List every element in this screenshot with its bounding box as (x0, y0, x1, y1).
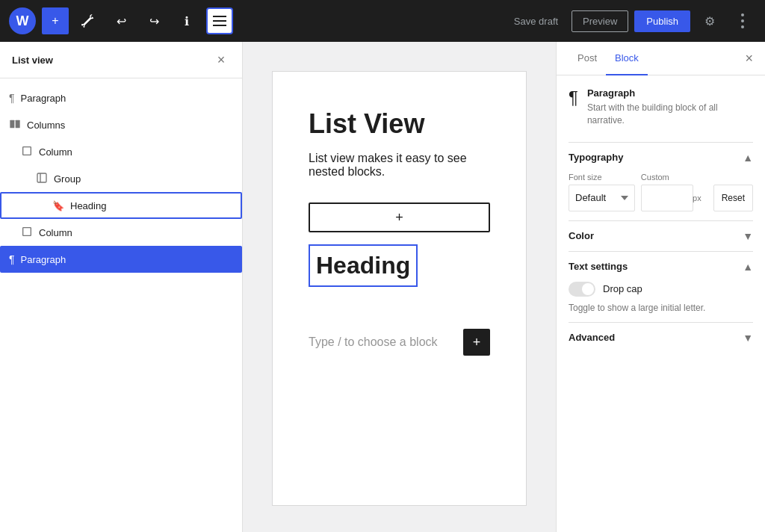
list-view-items: ¶ Paragraph Columns Column (0, 78, 242, 532)
custom-size-input[interactable] (641, 185, 693, 211)
font-size-select[interactable]: Default Small Medium Large Extra Large (569, 185, 635, 211)
list-item-label: Column (39, 146, 72, 158)
list-item-column-2[interactable]: Column (0, 219, 242, 246)
tab-post[interactable]: Post (569, 42, 606, 75)
save-draft-button[interactable]: Save draft (507, 11, 566, 31)
reset-button[interactable]: Reset (713, 185, 753, 211)
wp-logo[interactable]: W (9, 7, 36, 34)
svg-point-5 (741, 25, 744, 28)
drop-cap-description: Toggle to show a large initial letter. (569, 303, 753, 313)
svg-rect-2 (213, 25, 226, 26)
heading-block[interactable]: Heading (309, 244, 418, 287)
toolbar-right-actions: Save draft Preview Publish ⚙ (507, 7, 756, 34)
list-item-paragraph-bottom[interactable]: ¶ Paragraph (0, 246, 242, 273)
paragraph-icon-selected: ¶ (9, 253, 15, 265)
color-section-header[interactable]: Color ▼ (569, 220, 753, 251)
svg-rect-7 (16, 120, 20, 128)
paragraph-icon: ¶ (9, 92, 15, 104)
list-view-header: List view × (0, 42, 242, 78)
list-view-panel: List view × ¶ Paragraph Columns Col (0, 42, 243, 532)
list-item-columns[interactable]: Columns (0, 111, 242, 138)
list-item-label: Column (39, 227, 72, 238)
typography-section-header[interactable]: Typography ▲ (569, 142, 753, 173)
svg-rect-11 (23, 227, 31, 235)
advanced-title: Advanced (569, 332, 615, 343)
text-settings-toggle[interactable]: ▲ (743, 261, 753, 273)
font-size-select-wrapper: Font size Default Small Medium Large Ext… (569, 173, 635, 211)
custom-size-wrapper: Custom px (641, 173, 707, 211)
block-info-text: Paragraph Start with the building block … (587, 87, 753, 127)
toolbar: W + ↩ ↪ ℹ Save draft Preview Publish ⚙ (0, 0, 765, 42)
columns-icon (9, 118, 21, 132)
svg-rect-9 (37, 173, 46, 182)
tab-block[interactable]: Block (606, 42, 648, 75)
add-inline-block-button[interactable]: + (463, 329, 490, 356)
heading-bookmark-icon: 🔖 (52, 200, 64, 211)
toggle-knob (582, 283, 594, 295)
right-panel-close-button[interactable]: × (745, 42, 753, 75)
color-toggle[interactable]: ▼ (743, 230, 753, 242)
settings-button[interactable]: ⚙ (696, 7, 723, 34)
right-panel-tabs: Post Block × (557, 42, 765, 75)
svg-rect-0 (213, 16, 226, 17)
custom-label: Custom (641, 173, 707, 182)
editor-subtitle[interactable]: List view makes it easy to see nested bl… (309, 152, 490, 179)
main-area: List view × ¶ Paragraph Columns Col (0, 42, 765, 532)
redo-button[interactable]: ↪ (140, 7, 167, 34)
column-icon-2 (21, 226, 33, 240)
list-item-heading[interactable]: 🔖 Heading (0, 192, 242, 219)
advanced-toggle[interactable]: ▼ (743, 332, 753, 344)
block-type-icon: ¶ (569, 87, 578, 108)
list-item-column-1[interactable]: Column (0, 138, 242, 165)
text-settings-content: Drop cap Toggle to show a large initial … (569, 282, 753, 322)
heading-block-wrapper: Heading (309, 244, 490, 305)
list-item-label: Paragraph (21, 254, 66, 265)
list-view-close-button[interactable]: × (212, 51, 230, 69)
tools-button[interactable] (75, 7, 102, 34)
list-item-label: Paragraph (21, 93, 66, 104)
list-item-label: Group (54, 173, 81, 185)
drop-cap-label: Drop cap (603, 283, 642, 294)
editor-area[interactable]: List View List view makes it easy to see… (243, 42, 556, 532)
svg-rect-8 (23, 146, 31, 155)
more-options-button[interactable] (729, 7, 756, 34)
undo-button[interactable]: ↩ (108, 7, 134, 34)
drop-cap-toggle[interactable] (569, 282, 595, 297)
list-item-label: Heading (70, 200, 106, 211)
right-panel: Post Block × ¶ Paragraph Start with the … (556, 42, 765, 532)
paragraph-block[interactable]: Type / to choose a block + (309, 323, 490, 362)
block-info-description: Start with the building block of all nar… (587, 102, 753, 127)
list-view-button[interactable] (206, 7, 233, 34)
info-button[interactable]: ℹ (173, 7, 200, 34)
custom-input-wrapper: px (641, 185, 707, 211)
editor-content: List View List view makes it easy to see… (273, 72, 526, 505)
column-icon (21, 145, 33, 159)
add-block-button[interactable]: + (42, 7, 69, 34)
text-settings-title: Text settings (569, 261, 628, 272)
publish-button[interactable]: Publish (634, 10, 690, 32)
drop-cap-row: Drop cap (569, 282, 753, 297)
block-info: ¶ Paragraph Start with the building bloc… (569, 87, 753, 127)
list-item-label: Columns (27, 120, 65, 131)
unit-label: px (693, 194, 701, 202)
color-title: Color (569, 230, 594, 241)
heading-text[interactable]: Heading (316, 252, 410, 279)
right-panel-content: ¶ Paragraph Start with the building bloc… (557, 75, 765, 532)
svg-rect-1 (213, 20, 226, 22)
list-item-paragraph-top[interactable]: ¶ Paragraph (0, 84, 242, 111)
svg-rect-6 (10, 120, 14, 128)
preview-button[interactable]: Preview (572, 10, 628, 32)
group-icon (36, 172, 48, 186)
block-info-title: Paragraph (587, 87, 753, 99)
typography-title: Typography (569, 152, 623, 163)
list-item-group[interactable]: Group (0, 165, 242, 192)
editor-title[interactable]: List View (309, 108, 490, 140)
typography-toggle[interactable]: ▲ (743, 152, 753, 164)
block-inserter-row: + (309, 202, 490, 232)
font-size-row: Font size Default Small Medium Large Ext… (569, 173, 753, 211)
block-inserter-button[interactable]: + (309, 202, 490, 232)
typography-content: Font size Default Small Medium Large Ext… (569, 173, 753, 211)
svg-point-3 (741, 13, 744, 16)
text-settings-section-header[interactable]: Text settings ▲ (569, 251, 753, 282)
advanced-section-header[interactable]: Advanced ▼ (569, 322, 753, 353)
